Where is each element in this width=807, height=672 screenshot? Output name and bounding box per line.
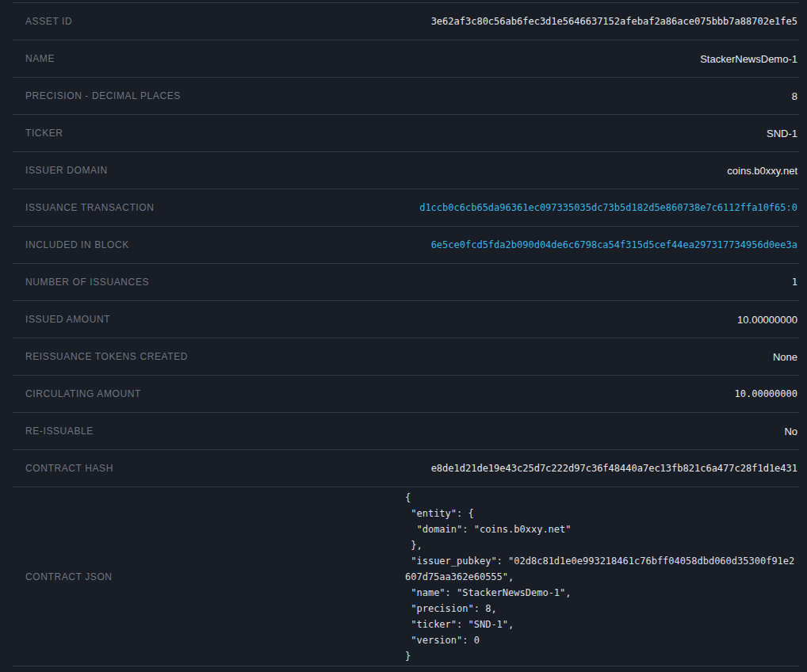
row-issued-amount: ISSUED AMOUNT 10.00000000 xyxy=(13,301,799,338)
contract-hash-value: e8de1d21de19e43c25d7c222d97c36f48440a7ec… xyxy=(431,463,797,474)
issued-amount-value: 10.00000000 xyxy=(737,314,797,326)
re-issuable-value: No xyxy=(784,426,797,437)
asset-id-value: 3e62af3c80c56ab6fec3d1e5646637152afebaf2… xyxy=(431,16,797,27)
included-in-block-link[interactable]: 6e5ce0fcd5fda2b090d04de6c6798ca54f315d5c… xyxy=(431,239,797,250)
number-of-issuances-label: NUMBER OF ISSUANCES xyxy=(25,277,149,288)
name-label: NAME xyxy=(25,53,55,64)
row-ticker: TICKER SND-1 xyxy=(13,115,799,152)
ticker-label: TICKER xyxy=(25,128,63,139)
asset-id-label: ASSET ID xyxy=(25,16,72,27)
precision-label: PRECISION - DECIMAL PLACES xyxy=(25,90,181,101)
circulating-amount-value: 10.00000000 xyxy=(735,388,797,399)
ticker-value: SND-1 xyxy=(767,128,797,139)
contract-hash-label: CONTRACT HASH xyxy=(25,463,113,474)
issuer-domain-value: coins.b0xxy.net xyxy=(727,165,797,177)
issued-amount-label: ISSUED AMOUNT xyxy=(25,314,110,325)
row-asset-id: ASSET ID 3e62af3c80c56ab6fec3d1e56466371… xyxy=(13,3,799,40)
precision-value: 8 xyxy=(792,90,797,102)
number-of-issuances-value: 1 xyxy=(792,277,797,288)
row-issuance-transaction: ISSUANCE TRANSACTION d1ccb0c6cb65da96361… xyxy=(13,189,799,227)
issuer-domain-label: ISSUER DOMAIN xyxy=(25,165,108,176)
row-precision: PRECISION - DECIMAL PLACES 8 xyxy=(13,78,799,115)
row-re-issuable: RE-ISSUABLE No xyxy=(13,413,799,450)
reissuance-tokens-value: None xyxy=(773,351,797,363)
issuance-transaction-link[interactable]: d1ccb0c6cb65da96361ec097335035dc73b5d182… xyxy=(419,202,797,213)
row-contract-hash: CONTRACT HASH e8de1d21de19e43c25d7c222d9… xyxy=(13,450,799,487)
row-reissuance-tokens: REISSUANCE TOKENS CREATED None xyxy=(13,338,799,376)
name-value: StackerNewsDemo-1 xyxy=(700,53,797,65)
asset-details-table: ASSET ID 3e62af3c80c56ab6fec3d1e56466371… xyxy=(13,2,799,666)
row-included-in-block: INCLUDED IN BLOCK 6e5ce0fcd5fda2b090d04d… xyxy=(13,227,799,264)
row-number-of-issuances: NUMBER OF ISSUANCES 1 xyxy=(13,264,799,301)
contract-json-label: CONTRACT JSON xyxy=(25,571,113,582)
row-circulating-amount: CIRCULATING AMOUNT 10.00000000 xyxy=(13,376,799,413)
reissuance-tokens-label: REISSUANCE TOKENS CREATED xyxy=(25,351,188,362)
row-contract-json: CONTRACT JSON { "entity": { "domain": "c… xyxy=(13,487,799,666)
issuance-transaction-label: ISSUANCE TRANSACTION xyxy=(25,202,154,213)
contract-json-value: { "entity": { "domain": "coins.b0xxy.net… xyxy=(405,490,797,664)
included-in-block-label: INCLUDED IN BLOCK xyxy=(25,239,129,250)
re-issuable-label: RE-ISSUABLE xyxy=(25,426,94,437)
row-name: NAME StackerNewsDemo-1 xyxy=(13,40,799,78)
row-issuer-domain: ISSUER DOMAIN coins.b0xxy.net xyxy=(13,152,799,189)
circulating-amount-label: CIRCULATING AMOUNT xyxy=(25,388,141,399)
